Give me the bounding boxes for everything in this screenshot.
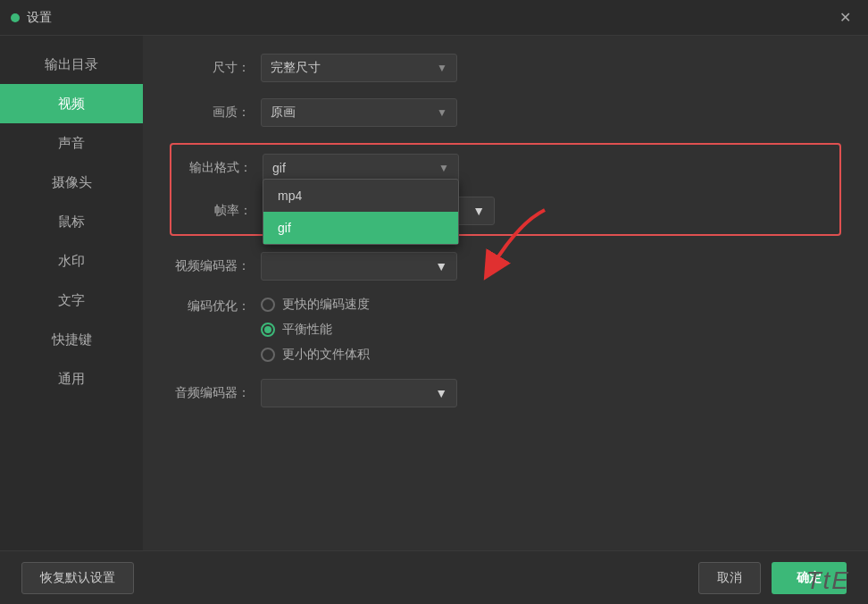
title-left: 设置 — [11, 10, 52, 26]
radio-fast-icon — [261, 298, 275, 312]
radio-balanced-icon — [261, 323, 275, 337]
audio-encoder-select[interactable]: ▼ — [261, 379, 457, 407]
sidebar-item-mouse[interactable]: 鼠标 — [0, 202, 143, 241]
sidebar-item-video[interactable]: 视频 — [0, 84, 143, 123]
format-value: gif — [272, 161, 286, 175]
main-layout: 输出目录 视频 声音 摄像头 鼠标 水印 文字 快捷键 通用 尺寸： — [0, 36, 868, 550]
fps-mode-arrow-icon: ▼ — [472, 204, 485, 218]
sidebar-item-audio[interactable]: 声音 — [0, 123, 143, 163]
sidebar-item-label: 文字 — [58, 292, 85, 309]
sidebar-item-label: 视频 — [58, 96, 85, 113]
format-arrow-icon: ▼ — [438, 162, 449, 174]
format-option-mp4-label: mp4 — [278, 189, 302, 203]
sidebar-item-label: 快捷键 — [52, 331, 92, 348]
format-option-gif-label: gif — [278, 221, 291, 235]
sidebar-item-label: 输出目录 — [45, 56, 98, 73]
audio-encoder-label: 音频编码器： — [170, 385, 250, 401]
encode-opt-label: 编码优化： — [170, 297, 250, 315]
encoder-label: 视频编码器： — [170, 258, 250, 274]
sidebar-item-camera[interactable]: 摄像头 — [0, 163, 143, 202]
format-row: 输出格式： gif ▼ mp4 gif — [171, 154, 839, 189]
format-section: 输出格式： gif ▼ mp4 gif 帧率： — [170, 143, 841, 236]
format-option-gif[interactable]: gif — [263, 212, 458, 244]
sidebar-item-label: 通用 — [58, 371, 85, 388]
title-dot — [11, 13, 20, 22]
format-dropdown: mp4 gif — [263, 179, 459, 245]
title-text: 设置 — [27, 10, 52, 26]
sidebar: 输出目录 视频 声音 摄像头 鼠标 水印 文字 快捷键 通用 — [0, 36, 143, 550]
fps-label: 帧率： — [171, 203, 252, 219]
encode-opt-balanced-label: 平衡性能 — [282, 322, 332, 338]
quality-value: 原画 — [271, 105, 296, 121]
footer: 恢复默认设置 取消 确定 — [0, 550, 868, 604]
quality-label: 画质： — [170, 105, 250, 121]
encoder-arrow-icon: ▼ — [435, 259, 447, 273]
quality-row: 画质： 原画 ▼ — [170, 98, 841, 127]
encode-opt-balanced[interactable]: 平衡性能 — [261, 322, 370, 338]
audio-encoder-arrow-icon: ▼ — [435, 386, 447, 400]
sidebar-item-label: 水印 — [58, 253, 85, 270]
sidebar-item-label: 声音 — [58, 135, 85, 152]
content-area: 尺寸： 完整尺寸 ▼ 画质： 原画 ▼ 输出格式： gif ▼ — [143, 36, 868, 550]
title-bar: 设置 ✕ — [0, 0, 868, 36]
encode-opt-small[interactable]: 更小的文件体积 — [261, 347, 370, 363]
close-button[interactable]: ✕ — [832, 5, 857, 30]
encode-opt-small-label: 更小的文件体积 — [282, 347, 370, 363]
reset-button[interactable]: 恢复默认设置 — [21, 562, 134, 594]
format-option-mp4[interactable]: mp4 — [263, 180, 458, 212]
encode-opt-row: 编码优化： 更快的编码速度 平衡性能 更小的文件体积 — [170, 297, 841, 363]
quality-arrow-icon: ▼ — [437, 106, 447, 119]
size-value: 完整尺寸 — [271, 60, 321, 76]
tte-text: TtE — [805, 566, 850, 595]
sidebar-item-output-dir[interactable]: 输出目录 — [0, 45, 143, 84]
audio-encoder-row: 音频编码器： ▼ — [170, 379, 841, 407]
sidebar-item-label: 摄像头 — [52, 174, 92, 191]
encode-opt-group: 更快的编码速度 平衡性能 更小的文件体积 — [261, 297, 370, 363]
size-label: 尺寸： — [170, 60, 250, 76]
sidebar-item-general[interactable]: 通用 — [0, 359, 143, 398]
size-arrow-icon: ▼ — [437, 62, 447, 74]
size-row: 尺寸： 完整尺寸 ▼ — [170, 54, 841, 82]
quality-select[interactable]: 原画 ▼ — [261, 98, 457, 127]
encoder-row: 视频编码器： ▼ — [170, 252, 841, 281]
sidebar-item-text[interactable]: 文字 — [0, 281, 143, 320]
encode-opt-fast-label: 更快的编码速度 — [282, 297, 370, 313]
format-label: 输出格式： — [171, 160, 252, 176]
encoder-select[interactable]: ▼ — [261, 252, 457, 281]
size-select[interactable]: 完整尺寸 ▼ — [261, 54, 457, 82]
cancel-button[interactable]: 取消 — [698, 562, 761, 594]
sidebar-item-watermark[interactable]: 水印 — [0, 241, 143, 281]
sidebar-item-label: 鼠标 — [58, 214, 85, 231]
sidebar-item-hotkey[interactable]: 快捷键 — [0, 320, 143, 359]
radio-small-icon — [261, 348, 275, 362]
encode-opt-fast[interactable]: 更快的编码速度 — [261, 297, 370, 313]
